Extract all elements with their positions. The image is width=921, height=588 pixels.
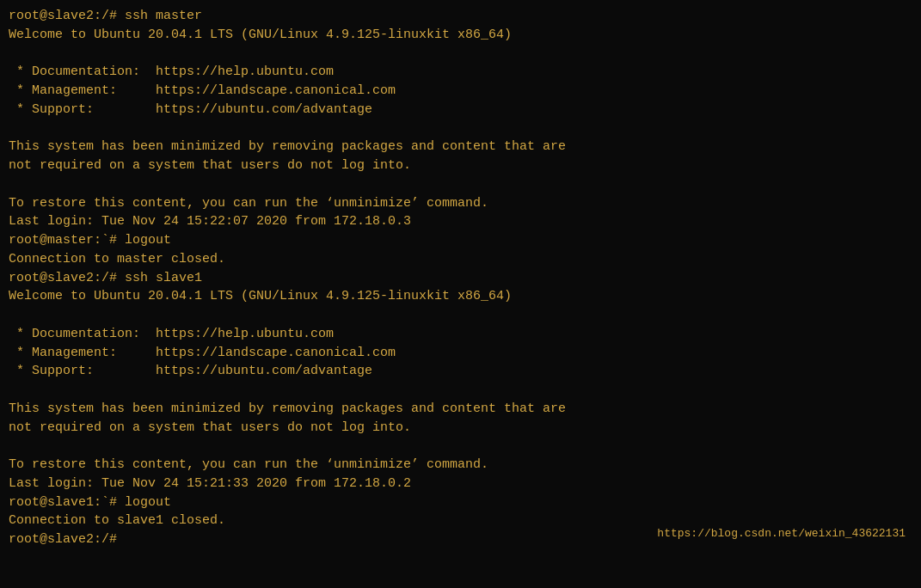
terminal-line: To restore this content, you can run the… (9, 194, 912, 213)
terminal-line: root@slave2:/# ssh master (9, 7, 912, 26)
terminal-line: root@slave1:`# logout (9, 493, 912, 512)
terminal-line: * Documentation: https://help.ubuntu.com (9, 325, 912, 344)
terminal-line: To restore this content, you can run the… (9, 456, 912, 475)
watermark: https://blog.csdn.net/weixin_43622131 (657, 526, 906, 542)
terminal-line: Welcome to Ubuntu 20.04.1 LTS (GNU/Linux… (9, 287, 912, 306)
terminal-line: Last login: Tue Nov 24 15:22:07 2020 fro… (9, 212, 912, 231)
terminal-empty-line (9, 381, 912, 400)
terminal-empty-line (9, 306, 912, 325)
terminal-line: root@slave2:/# ssh slave1 (9, 269, 912, 288)
terminal-line: not required on a system that users do n… (9, 156, 912, 175)
terminal-line: * Support: https://ubuntu.com/advantage (9, 362, 912, 381)
terminal-line: * Management: https://landscape.canonica… (9, 344, 912, 363)
terminal-line: Welcome to Ubuntu 20.04.1 LTS (GNU/Linux… (9, 26, 912, 45)
terminal-line: not required on a system that users do n… (9, 419, 912, 438)
terminal-empty-line (9, 45, 912, 64)
terminal-line: This system has been minimized by removi… (9, 138, 912, 156)
terminal-line: Connection to master closed. (9, 250, 912, 269)
terminal-empty-line (9, 437, 912, 456)
terminal-line: This system has been minimized by removi… (9, 400, 912, 419)
terminal-empty-line (9, 175, 912, 194)
terminal-line: * Documentation: https://help.ubuntu.com (9, 63, 912, 82)
terminal-output: root@slave2:/# ssh masterWelcome to Ubun… (9, 7, 912, 549)
terminal-line: Last login: Tue Nov 24 15:21:33 2020 fro… (9, 475, 912, 493)
terminal-line: * Support: https://ubuntu.com/advantage (9, 101, 912, 119)
terminal-empty-line (9, 119, 912, 138)
terminal: root@slave2:/# ssh masterWelcome to Ubun… (9, 7, 912, 549)
terminal-line: root@master:`# logout (9, 231, 912, 250)
terminal-line: * Management: https://landscape.canonica… (9, 82, 912, 101)
